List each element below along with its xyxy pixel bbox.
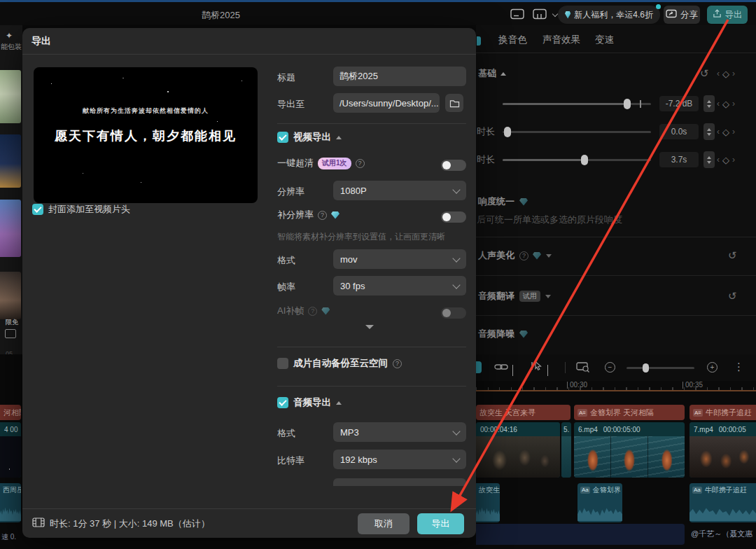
export-button[interactable]: 导出 — [417, 513, 464, 534]
fill-res-description: 智能将素材补分辨率到设置值，让画面更清晰 — [277, 231, 445, 243]
keyframe-prev-icon[interactable]: ‹ — [717, 99, 720, 109]
reset-icon[interactable]: ↺ — [700, 67, 709, 80]
tab-voice-change[interactable]: 换音色 — [498, 34, 527, 46]
subtitle-panel-button[interactable] — [508, 8, 526, 22]
keyframe-next-icon[interactable]: › — [732, 99, 735, 109]
keyframe-control[interactable]: ‹ ◇ › — [717, 99, 735, 109]
denoise-row[interactable]: 音频降噪 — [476, 323, 756, 345]
tab-sound-effects[interactable]: 声音效果 — [542, 34, 580, 46]
cancel-button[interactable]: 取消 — [358, 513, 410, 534]
text-clip[interactable]: A≡ 牛郎携子追赶 — [690, 405, 756, 420]
collapse-caret-icon[interactable] — [500, 72, 506, 76]
timeline-zoom-slider[interactable] — [626, 367, 694, 369]
fill-res-toggle[interactable] — [441, 211, 466, 223]
tab-speed[interactable]: 变速 — [595, 34, 614, 46]
select-tool-icon[interactable] — [531, 361, 543, 374]
checkbox-checked-icon[interactable] — [32, 204, 43, 215]
help-icon[interactable]: ? — [356, 159, 365, 168]
media-thumbnail[interactable] — [0, 272, 21, 319]
chevron-down-icon[interactable] — [512, 365, 513, 375]
keyframe-control[interactable]: ‹ ◇ › — [717, 69, 735, 79]
zoom-in-icon[interactable]: + — [707, 362, 718, 373]
video-clip[interactable]: 00:00:04:16 — [476, 422, 560, 478]
keyframe-diamond-icon[interactable]: ◇ — [722, 155, 729, 165]
volume-stepper[interactable] — [704, 95, 715, 112]
keyframe-diamond-icon[interactable]: ◇ — [722, 127, 729, 137]
audio-translate-row[interactable]: 音频翻译 试用 ↺ — [476, 285, 756, 307]
layout-panel-button[interactable] — [531, 8, 549, 22]
media-thumbnail[interactable] — [0, 70, 21, 123]
audio-clip[interactable]: Aa 金簪划界 天 — [578, 483, 622, 522]
fade-out-slider[interactable] — [503, 159, 651, 161]
text-clip[interactable]: 故突生 天宫来寻 — [476, 405, 570, 420]
expand-more-icon[interactable] — [365, 325, 374, 329]
export-button-top[interactable]: 导出 — [707, 6, 748, 24]
browse-folder-button[interactable] — [445, 94, 463, 112]
bitrate-dropdown[interactable]: 192 kbps — [333, 450, 466, 469]
checkbox-unchecked-icon[interactable] — [277, 358, 288, 369]
fade-in-value[interactable]: 0.0s — [659, 124, 699, 139]
keyframe-diamond-icon[interactable]: ◇ — [722, 99, 729, 109]
checkbox-checked-icon[interactable] — [277, 397, 288, 408]
collapse-caret-icon[interactable] — [336, 136, 342, 139]
partial-dropdown[interactable] — [333, 478, 466, 486]
help-icon[interactable]: ? — [318, 211, 327, 220]
fade-in-slider[interactable] — [503, 131, 651, 133]
keyframe-control[interactable]: ‹ ◇ › — [717, 127, 735, 137]
active-tool-fragment[interactable] — [476, 361, 482, 373]
fade-in-stepper[interactable] — [704, 123, 715, 140]
audio-export-header[interactable]: 音频导出 — [277, 396, 342, 409]
keyframe-prev-icon[interactable]: ‹ — [717, 69, 720, 78]
text-clip-fragment[interactable]: 河相隔 — [0, 405, 21, 420]
fade-out-value[interactable]: 3.7s — [659, 152, 699, 167]
help-icon[interactable]: ? — [393, 359, 402, 368]
video-export-header[interactable]: 视频导出 — [277, 131, 342, 144]
link-tool-icon[interactable] — [494, 363, 508, 373]
video-clip-fragment[interactable]: 4 00 — [0, 422, 21, 478]
voice-beautify-row[interactable]: 人声美化 ? ↺ — [476, 244, 756, 267]
destination-input[interactable]: /Users/sunny/Desktop/... — [333, 93, 440, 113]
super-res-toggle[interactable] — [441, 160, 466, 171]
music-clip[interactable] — [476, 524, 685, 545]
fade-out-stepper[interactable] — [704, 151, 715, 168]
volume-value[interactable]: -7.2 dB — [659, 96, 699, 111]
keyframe-control[interactable]: ‹ ◇ › — [717, 155, 735, 165]
volume-slider[interactable] — [503, 103, 651, 105]
audio-clip[interactable]: Aa 牛郎携子追赶 — [690, 483, 756, 522]
cover-checkbox-row[interactable]: 封面添加至视频片头 — [32, 203, 130, 216]
ai-frame-toggle[interactable] — [441, 307, 466, 319]
zoom-out-icon[interactable]: − — [605, 362, 615, 373]
media-thumbnail[interactable] — [0, 134, 21, 188]
format-dropdown[interactable]: mov — [333, 249, 466, 269]
checkbox-checked-icon[interactable] — [277, 132, 288, 143]
promo-banner[interactable]: 新人福利，幸运4.6折 — [558, 6, 660, 24]
audio-format-dropdown[interactable]: MP3 — [333, 422, 466, 442]
more-menu-icon[interactable]: ⋮ — [734, 361, 744, 373]
chevron-down-icon[interactable] — [547, 365, 548, 375]
resolution-dropdown[interactable]: 1080P — [333, 181, 466, 200]
keyframe-prev-icon[interactable]: ‹ — [717, 155, 720, 165]
media-thumbnail[interactable] — [0, 200, 21, 257]
keyframe-next-icon[interactable]: › — [732, 69, 735, 78]
collapse-caret-icon[interactable] — [336, 401, 342, 405]
keyframe-next-icon[interactable]: › — [732, 127, 735, 137]
video-clip[interactable]: 7.mp4 00:00:05 — [690, 422, 756, 478]
reset-icon[interactable]: ↺ — [728, 290, 737, 303]
audio-clip-fragment[interactable]: 西周星 — [0, 483, 21, 522]
share-button[interactable]: 分享 — [664, 6, 700, 24]
help-icon[interactable]: ? — [519, 251, 528, 260]
fit-timeline-icon[interactable] — [576, 361, 590, 375]
expand-caret-icon[interactable] — [545, 295, 551, 298]
cloud-backup-row[interactable]: 成片自动备份至云空间 ? — [277, 357, 402, 370]
text-clip[interactable]: A≡ 金簪划界 天河相隔 — [574, 405, 685, 420]
keyframe-prev-icon[interactable]: ‹ — [717, 127, 720, 137]
keyframe-next-icon[interactable]: › — [732, 155, 735, 165]
expand-caret-icon[interactable] — [546, 254, 552, 258]
reset-icon[interactable]: ↺ — [728, 249, 737, 262]
title-input[interactable]: 鹊桥2025 — [333, 67, 466, 86]
keyframe-diamond-icon[interactable]: ◇ — [722, 69, 729, 79]
video-clip[interactable]: 6.mp4 00:00:05:00 — [574, 422, 685, 478]
fps-dropdown[interactable]: 30 fps — [333, 276, 466, 296]
video-clip[interactable]: 5. — [561, 422, 571, 478]
audio-clip[interactable]: 故突生 天 — [476, 483, 500, 522]
